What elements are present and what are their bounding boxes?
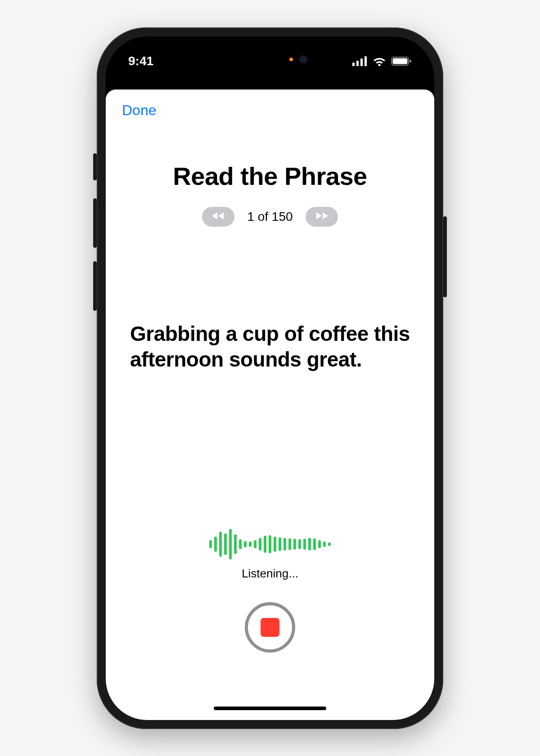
stop-recording-button[interactable]: [245, 602, 295, 653]
waveform-bar: [209, 540, 212, 548]
device-screen: 9:41 Done Read the Phrase: [106, 36, 434, 720]
forward-icon: [315, 211, 329, 222]
waveform-bar: [249, 541, 252, 547]
pager: 1 of 150: [124, 207, 416, 227]
waveform-bar: [323, 541, 326, 547]
waveform-bar: [293, 539, 296, 550]
side-button-volume-up: [93, 198, 97, 248]
side-button-silence: [93, 153, 97, 180]
svg-point-4: [378, 64, 381, 66]
waveform-bar: [318, 540, 321, 548]
svg-rect-7: [410, 60, 411, 63]
modal-sheet: Done Read the Phrase 1 of 150: [106, 89, 434, 720]
status-icons: [352, 56, 412, 66]
done-button[interactable]: Done: [122, 102, 157, 118]
cellular-icon: [352, 56, 368, 66]
rewind-icon: [211, 211, 225, 222]
waveform-bar: [308, 538, 311, 550]
waveform-bar: [214, 537, 217, 552]
previous-button[interactable]: [202, 207, 234, 227]
waveform-bar: [284, 538, 286, 550]
waveform-icon: [209, 528, 331, 560]
phone-frame: 9:41 Done Read the Phrase: [97, 27, 443, 729]
waveform-bar: [288, 538, 291, 550]
waveform-bar: [234, 534, 237, 554]
battery-icon: [391, 56, 412, 66]
waveform-bar: [254, 540, 256, 548]
svg-rect-3: [364, 56, 367, 66]
svg-rect-2: [360, 58, 363, 66]
svg-rect-1: [356, 61, 359, 66]
waveform-bar: [244, 541, 247, 547]
waveform-bar: [279, 537, 281, 551]
waveform-bar: [269, 535, 271, 553]
status-time: 9:41: [128, 54, 153, 68]
side-button-power: [443, 216, 447, 297]
waveform-bar: [328, 542, 331, 546]
front-camera-icon: [299, 55, 307, 63]
svg-rect-6: [393, 58, 408, 64]
phrase-text: Grabbing a cup of coffee this afternoon …: [130, 321, 410, 372]
waveform-bar: [264, 536, 266, 553]
waveform-bar: [229, 529, 232, 559]
recording-status: Listening...: [242, 567, 298, 581]
pager-label: 1 of 150: [247, 210, 292, 224]
wifi-icon: [372, 56, 387, 66]
home-indicator[interactable]: [214, 707, 326, 710]
recording-area: Listening...: [106, 528, 434, 653]
phrase-area: Grabbing a cup of coffee this afternoon …: [106, 321, 434, 372]
waveform-bar: [298, 539, 301, 549]
heading-area: Read the Phrase 1 of 150: [106, 161, 434, 227]
waveform-bar: [313, 538, 316, 550]
dynamic-island: [223, 46, 317, 72]
stop-icon: [261, 618, 279, 637]
waveform-bar: [303, 539, 306, 550]
side-button-volume-down: [93, 261, 97, 311]
waveform-bar: [219, 532, 222, 557]
svg-rect-0: [352, 63, 355, 66]
waveform-bar: [259, 538, 261, 550]
next-button[interactable]: [306, 207, 338, 227]
nav-bar: Done: [106, 89, 434, 119]
waveform-bar: [239, 539, 242, 549]
waveform-bar: [224, 533, 227, 555]
waveform-bar: [274, 537, 276, 552]
page-title: Read the Phrase: [124, 161, 416, 191]
microphone-indicator-icon: [289, 58, 293, 61]
sheet-gap: [106, 77, 434, 89]
